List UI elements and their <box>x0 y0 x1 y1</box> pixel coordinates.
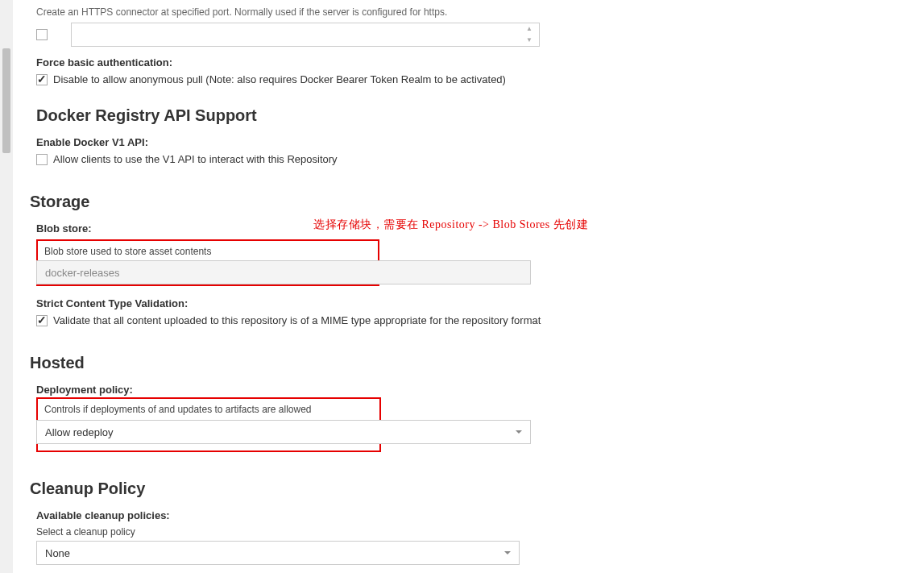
force-basic-auth-checkbox[interactable] <box>36 74 48 85</box>
cleanup-policy-select[interactable]: None <box>36 541 520 565</box>
https-port-input[interactable]: ▲▼ <box>71 23 540 47</box>
force-basic-auth-text: Disable to allow anonymous pull (Note: a… <box>53 73 506 85</box>
storage-section-title: Storage <box>30 193 908 211</box>
strict-validation-label: Strict Content Type Validation: <box>36 297 908 309</box>
chevron-down-icon <box>504 551 511 554</box>
deployment-policy-desc: Controls if deployments of and updates t… <box>44 404 373 415</box>
v1-api-text: Allow clients to use the V1 API to inter… <box>53 153 338 165</box>
hosted-section-title: Hosted <box>30 354 908 372</box>
scrollbar-thumb[interactable] <box>2 48 10 153</box>
v1-api-label: Enable Docker V1 API: <box>36 136 908 148</box>
annotation-text: 选择存储块，需要在 Repository -> Blob Stores 先创建 <box>313 218 588 232</box>
available-cleanup-label: Available cleanup policies: <box>36 509 908 521</box>
deployment-policy-select[interactable]: Allow redeploy <box>36 420 531 444</box>
deployment-policy-value: Allow redeploy <box>45 426 114 438</box>
deployment-policy-label: Deployment policy: <box>36 384 908 396</box>
blob-store-desc: Blob store used to store asset contents <box>44 246 371 257</box>
chevron-down-icon <box>516 430 522 434</box>
cleanup-section-title: Cleanup Policy <box>30 480 908 498</box>
strict-validation-checkbox[interactable] <box>36 315 48 326</box>
force-basic-auth-label: Force basic authentication: <box>36 56 908 69</box>
cleanup-policy-value: None <box>45 547 70 559</box>
blob-store-select: docker-releases <box>36 260 531 284</box>
spinner-icon[interactable]: ▲▼ <box>526 26 534 44</box>
blob-store-value: docker-releases <box>45 267 120 279</box>
blob-store-highlight: Blob store used to store asset contents … <box>36 239 379 286</box>
https-connector-checkbox[interactable] <box>36 29 48 40</box>
cleanup-select-desc: Select a cleanup policy <box>36 526 908 538</box>
docker-api-section-title: Docker Registry API Support <box>36 106 908 125</box>
strict-validation-text: Validate that all content uploaded to th… <box>53 314 541 326</box>
v1-api-checkbox[interactable] <box>36 154 48 165</box>
deployment-policy-highlight: Controls if deployments of and updates t… <box>36 397 381 452</box>
https-connector-desc: Create an HTTPS connector at specified p… <box>36 6 908 18</box>
scrollbar-left[interactable] <box>0 0 13 573</box>
